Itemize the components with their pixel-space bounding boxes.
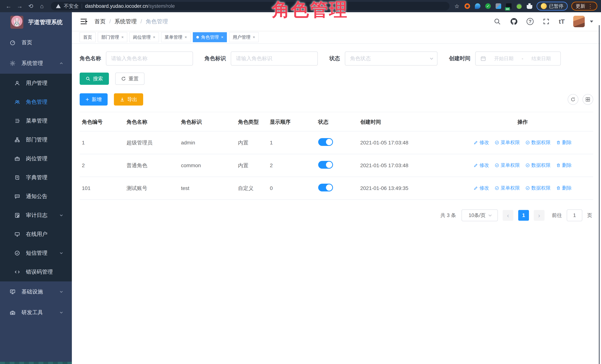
data-permission-link[interactable]: 数据权限 [525,185,551,191]
refresh-table-button[interactable] [568,94,578,105]
status-toggle[interactable] [318,161,333,169]
search-button[interactable]: 搜索 [80,73,109,85]
help-icon[interactable]: ? [527,18,534,25]
extension-on-badge: on [505,7,510,10]
refresh-icon [571,97,575,102]
refresh-icon [121,76,126,81]
edit-link[interactable]: 修改 [474,162,489,168]
calendar-icon [481,56,486,61]
pencil-icon [474,140,478,145]
sidebar-item-roles[interactable]: 角色管理 [0,93,72,111]
tab-users[interactable]: 用户管理× [229,32,259,42]
breadcrumb-section[interactable]: 系统管理 [114,18,137,25]
menu-permission-link[interactable]: 菜单权限 [495,139,520,146]
close-icon[interactable]: × [185,35,187,40]
edit-link[interactable]: 修改 [474,139,489,146]
page-size-select[interactable]: 10条/页 [461,209,498,221]
menu-permission-link[interactable]: 菜单权限 [495,162,520,168]
briefcase-icon [14,156,20,161]
app-logo-row[interactable]: 🐰 芋道管理系统 [0,12,72,32]
sidebar-item-notice[interactable]: 通知公告 [0,187,72,206]
profile-emoji-icon [541,3,547,9]
tab-home[interactable]: 首页 [80,32,96,42]
browser-reload-icon[interactable]: ⟲ [26,1,36,11]
data-permission-link[interactable]: 数据权限 [525,162,551,168]
goto-page-input[interactable] [567,209,582,221]
tab-departments[interactable]: 部门管理× [98,32,127,42]
status-select[interactable]: 角色状态 [345,51,438,66]
breadcrumb-home[interactable]: 首页 [94,18,106,25]
gear-icon [10,60,16,66]
sidebar-item-users[interactable]: 用户管理 [0,74,72,93]
fullscreen-icon[interactable] [542,17,550,26]
sidebar-item-home[interactable]: 首页 [0,32,72,53]
sidebar-item-infrastructure[interactable]: 基础设施 [0,281,72,302]
close-icon[interactable]: × [221,35,224,40]
role-key-label: 角色标识 [204,55,226,62]
extensions-puzzle-icon[interactable] [526,3,533,10]
browser-update-button[interactable]: 更新 ⋮ [571,2,597,10]
browser-address-bar[interactable]: 不安全 dashboard.yudao.iocoder.cn/system/ro… [51,2,450,10]
navbar-right: ? tT [493,16,593,27]
status-toggle[interactable] [318,184,333,191]
hamburger-icon[interactable] [80,17,88,26]
add-button[interactable]: + 新增 [80,93,108,106]
sidebar-item-dev-tools[interactable]: 研发工具 [0,302,72,323]
prev-page-button[interactable]: ‹ [503,210,513,221]
sidebar-item-system[interactable]: 系统管理 [0,53,72,74]
role-name-input[interactable]: 请输入角色名称 [106,51,193,66]
delete-link[interactable]: 删除 [556,162,572,168]
extension-drop-icon[interactable] [474,3,481,10]
delete-link[interactable]: 删除 [556,139,572,146]
download-icon [120,97,125,102]
avatar-caret-icon[interactable] [590,20,593,23]
current-page-button[interactable]: 1 [518,210,529,221]
browser-forward-icon[interactable]: → [15,1,24,11]
scrollbar[interactable] [599,25,600,364]
font-size-icon[interactable]: tT [559,18,565,25]
extension-green-check-icon[interactable]: ✓ [485,3,491,10]
avatar[interactable] [573,16,585,27]
next-page-button[interactable]: › [534,210,544,221]
app-shell: 🐰 芋道管理系统 首页 系统管理 用户管理 角色管理 菜单管理 [0,12,601,364]
tab-menus[interactable]: 菜单管理× [161,32,190,42]
reset-button[interactable]: 重置 [115,73,144,85]
close-icon[interactable]: × [253,35,255,40]
tab-roles[interactable]: 角色管理× [193,32,227,42]
check-circle-icon [525,163,530,167]
pagination-total: 共 3 条 [441,212,456,219]
browser-back-icon[interactable]: ← [4,1,13,11]
status-toggle[interactable] [318,138,333,146]
close-icon[interactable]: × [153,35,155,40]
date-range-picker[interactable]: 开始日期 - 结束日期 [475,51,561,66]
browser-menu-icon[interactable]: ⋮ [588,3,593,10]
search-icon[interactable] [493,17,501,26]
sidebar-item-menus[interactable]: 菜单管理 [0,111,72,130]
extension-orange-icon[interactable] [464,3,471,10]
sidebar-item-error-codes[interactable]: 错误码管理 [0,263,72,281]
bookmark-star-icon[interactable]: ☆ [454,3,460,10]
role-key-input[interactable]: 请输入角色标识 [231,51,318,66]
menu-permission-link[interactable]: 菜单权限 [495,185,520,191]
sidebar-item-posts[interactable]: 岗位管理 [0,149,72,168]
browser-home-icon[interactable]: ⌂ [37,1,47,11]
sidebar-item-dict[interactable]: 字典管理 [0,168,72,187]
extension-sprout-icon[interactable] [516,3,522,10]
tab-posts[interactable]: 岗位管理× [130,32,159,42]
sidebar-item-sms[interactable]: 短信管理 [0,244,72,263]
edit-link[interactable]: 修改 [474,185,489,191]
close-icon[interactable]: × [121,35,124,40]
github-icon[interactable] [510,17,518,26]
extension-dark-icon[interactable]: on [505,3,512,10]
profile-paused-pill[interactable]: 已暂停 [537,2,568,10]
security-warning-label: 不安全 [64,3,79,10]
delete-link[interactable]: 删除 [556,185,572,191]
column-settings-button[interactable] [582,94,593,105]
extension-grid-icon[interactable] [495,3,502,10]
sidebar-item-departments[interactable]: 部门管理 [0,130,72,149]
data-permission-link[interactable]: 数据权限 [525,139,551,146]
sidebar-item-audit-log[interactable]: 审计日志 [0,206,72,225]
export-button[interactable]: 导出 [114,93,143,106]
chevron-down-icon [59,310,64,315]
sidebar-item-online-users[interactable]: 在线用户 [0,225,72,244]
